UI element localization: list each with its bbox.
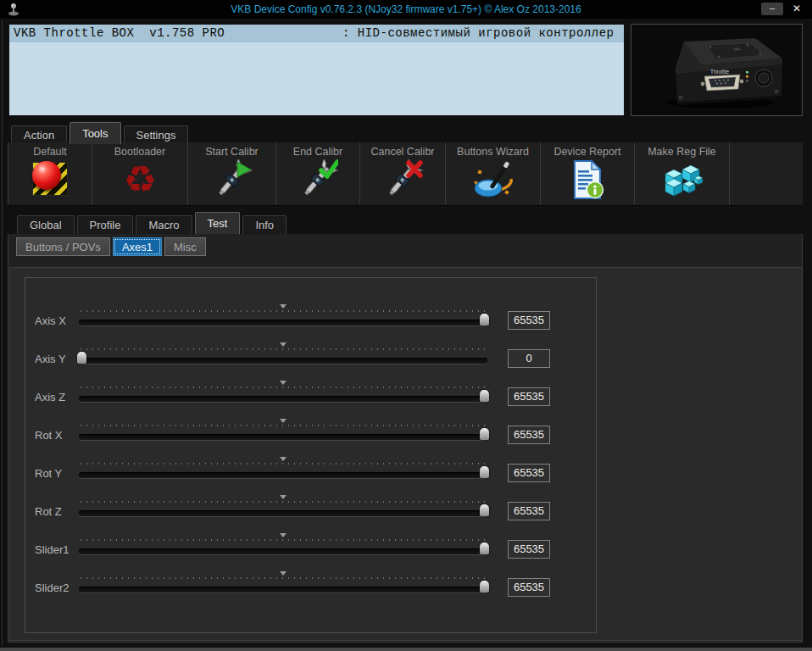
slider-thumb[interactable]	[480, 466, 489, 478]
axis-label: Axis Y	[35, 353, 66, 365]
make-reg-file-button-label: Make Reg File	[648, 146, 716, 158]
close-button[interactable]: ✕	[787, 2, 806, 16]
slider-track[interactable]	[79, 396, 487, 402]
slider-ticks	[81, 539, 486, 541]
main-tab-info[interactable]: Info	[242, 215, 286, 234]
axis-label: Rot Y	[35, 467, 62, 480]
slider-thumb[interactable]	[480, 504, 489, 516]
axis-slider[interactable]	[79, 418, 487, 456]
axis-slider[interactable]	[79, 342, 487, 380]
slider-track[interactable]	[79, 587, 487, 593]
buttons-wizard-button[interactable]: Buttons Wizard	[446, 142, 541, 205]
end-calibr-button-label: End Calibr	[293, 146, 342, 158]
axis-value: 65535	[508, 464, 550, 482]
window-title: VKB Device Config v0.76.2.3 (NJoy32 firm…	[0, 3, 812, 15]
sub-tab-bar: Buttons / POVs Axes1 Misc	[16, 237, 206, 256]
slider-thumb[interactable]	[77, 352, 86, 364]
slider-center-marker-icon	[280, 381, 286, 385]
end-calibr-icon	[298, 159, 338, 200]
axis-slider[interactable]	[79, 570, 487, 609]
menu-tab-tools[interactable]: Tools	[70, 122, 120, 144]
slider-center-marker-icon	[280, 533, 286, 537]
slider-ticks	[81, 463, 486, 465]
slider-ticks	[81, 310, 486, 312]
cancel-calibr-button[interactable]: Cancel Calibr	[360, 142, 446, 205]
axis-slider[interactable]	[79, 456, 487, 494]
axis-slider[interactable]	[79, 532, 487, 570]
slider-ticks	[81, 387, 486, 388]
axis-label: Rot Z	[35, 505, 62, 518]
slider-track[interactable]	[79, 510, 487, 516]
slider-track[interactable]	[79, 434, 487, 440]
axis-slider[interactable]	[79, 380, 487, 418]
axis-value: 65535	[508, 502, 550, 520]
slider-ticks	[81, 425, 486, 426]
slider-thumb[interactable]	[480, 390, 489, 402]
sub-tab-buttons-povs[interactable]: Buttons / POVs	[16, 237, 110, 256]
axis-value: 0	[508, 349, 550, 368]
axis-row: Slider2 65535	[25, 570, 596, 609]
axis-value: 65535	[508, 311, 550, 330]
sub-tab-axes1[interactable]: Axes1	[113, 237, 162, 256]
slider-center-marker-icon	[280, 304, 286, 309]
axis-row: Rot Y 65535	[25, 456, 596, 494]
main-tab-test[interactable]: Test	[195, 212, 241, 234]
menu-tab-action[interactable]: Action	[11, 125, 67, 144]
title-bar: VKB Device Config v0.76.2.3 (NJoy32 firm…	[0, 0, 812, 19]
default-button[interactable]: Default	[8, 142, 92, 205]
axes-rows: Axis X 65535 Axis Y 0 Axis Z 6553	[25, 303, 596, 609]
axis-value: 65535	[508, 426, 550, 444]
slider-thumb[interactable]	[480, 428, 489, 440]
axes-group-box: Axis X 65535 Axis Y 0 Axis Z 6553	[25, 277, 597, 633]
axis-label: Slider1	[35, 543, 69, 556]
end-calibr-button[interactable]: End Calibr	[276, 142, 360, 205]
menu-tab-settings[interactable]: Settings	[124, 125, 189, 144]
main-tab-global[interactable]: Global	[17, 215, 75, 234]
main-tab-bar: Global Profile Macro Test Info	[17, 212, 286, 234]
window-bottom-edge	[0, 648, 812, 651]
start-calibr-button[interactable]: Start Calibr	[188, 142, 276, 205]
slider-track[interactable]	[79, 548, 487, 554]
slider-thumb[interactable]	[480, 581, 489, 593]
slider-center-marker-icon	[280, 342, 286, 347]
test-page: Buttons / POVs Axes1 Misc Axis X 65535 A…	[8, 234, 803, 643]
slider-ticks	[81, 348, 486, 350]
slider-thumb[interactable]	[480, 542, 489, 554]
slider-ticks	[81, 577, 486, 579]
buttons-wizard-button-label: Buttons Wizard	[457, 146, 529, 158]
make-reg-file-button[interactable]: Make Reg File	[635, 142, 730, 205]
slider-center-marker-icon	[280, 571, 286, 576]
window-left-edge	[2, 20, 3, 646]
slider-track[interactable]	[79, 358, 487, 364]
axis-row: Axis Y 0	[25, 342, 596, 380]
bootloader-button[interactable]: Bootloader ♻	[92, 142, 188, 205]
slider-track[interactable]	[79, 472, 487, 478]
main-tab-macro[interactable]: Macro	[136, 215, 192, 234]
axis-slider[interactable]	[79, 494, 487, 532]
bootloader-button-label: Bootloader	[114, 146, 165, 158]
main-tab-profile[interactable]: Profile	[77, 215, 134, 234]
device-report-button[interactable]: Device Report	[541, 142, 635, 205]
slider-center-marker-icon	[280, 419, 286, 423]
device-info-row: VKB Throttle BOX v1.758 PRO : HID-совмес…	[9, 25, 624, 42]
sub-tab-misc[interactable]: Misc	[164, 237, 206, 256]
default-icon	[30, 159, 70, 200]
toolbar: Default Bootloader ♻ Start Calibr	[8, 142, 803, 206]
slider-thumb[interactable]	[480, 314, 489, 326]
default-button-label: Default	[33, 146, 67, 158]
device-report-button-label: Device Report	[553, 146, 620, 158]
axis-value: 65535	[508, 387, 550, 406]
device-photo-box: Throttle	[631, 24, 803, 116]
axis-label: Axis Z	[35, 391, 65, 403]
axis-row: Rot Z 65535	[25, 494, 596, 532]
cancel-calibr-button-label: Cancel Calibr	[370, 146, 434, 158]
minimize-button[interactable]: –	[761, 3, 783, 15]
slider-ticks	[81, 501, 486, 503]
slider-center-marker-icon	[280, 457, 286, 461]
axis-row: Axis X 65535	[25, 303, 596, 342]
axis-slider[interactable]	[79, 303, 487, 342]
device-report-icon	[567, 159, 608, 200]
slider-track[interactable]	[79, 320, 487, 326]
axis-label: Axis X	[35, 314, 66, 327]
menu-tab-bar: Action Tools Settings	[11, 122, 188, 144]
